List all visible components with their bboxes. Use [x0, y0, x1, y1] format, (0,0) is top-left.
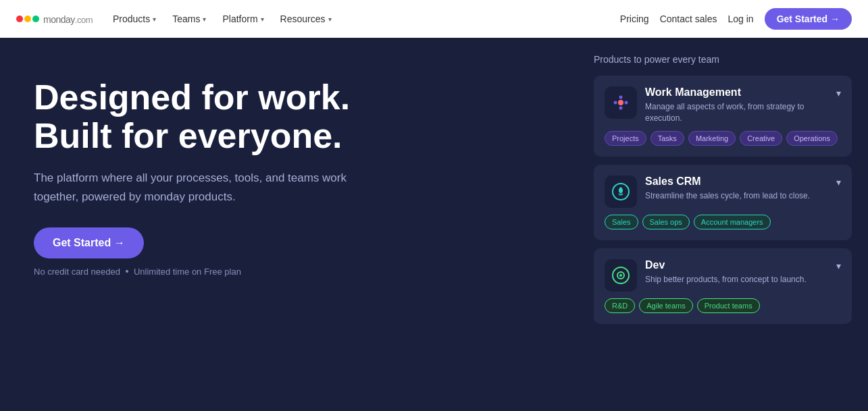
tag-sales[interactable]: Sales — [605, 215, 638, 229]
sales-crm-info: Sales CRM Streamline the sales cycle, fr… — [645, 175, 828, 202]
work-management-card: Work Management Manage all aspects of wo… — [594, 76, 852, 157]
svg-point-3 — [614, 101, 617, 105]
dot-red — [16, 16, 23, 22]
contact-sales-link[interactable]: Contact sales — [660, 13, 717, 24]
work-management-header: Work Management Manage all aspects of wo… — [605, 86, 841, 124]
navbar: monday.com Products ▾ Teams ▾ Platform ▾… — [0, 0, 868, 38]
tag-marketing[interactable]: Marketing — [688, 131, 736, 146]
pricing-link[interactable]: Pricing — [620, 13, 649, 24]
work-management-desc: Manage all aspects of work, from strateg… — [645, 101, 828, 124]
nav-teams[interactable]: Teams ▾ — [165, 9, 213, 28]
sales-crm-desc: Streamline the sales cycle, from lead to… — [645, 190, 828, 202]
tag-creative[interactable]: Creative — [740, 131, 782, 146]
dev-chevron-icon[interactable]: ▾ — [836, 261, 841, 271]
dot-green — [32, 16, 39, 22]
nav-platform[interactable]: Platform ▾ — [215, 9, 270, 28]
sales-crm-name: Sales CRM — [645, 175, 828, 188]
nav-products[interactable]: Products ▾ — [106, 9, 163, 28]
chevron-down-icon: ▾ — [153, 16, 156, 23]
hero-get-started-button[interactable]: Get Started → — [34, 227, 144, 258]
hero-subtitle: The platform where all your processes, t… — [34, 169, 358, 205]
chevron-down-icon: ▾ — [328, 16, 332, 23]
products-panel: Products to power every team Work Manage… — [578, 38, 868, 411]
nav-get-started-button[interactable]: Get Started → — [765, 8, 852, 30]
sales-crm-header: Sales CRM Streamline the sales cycle, fr… — [605, 175, 841, 208]
hero-note: No credit card needed Unlimited time on … — [34, 267, 544, 277]
sales-crm-card: Sales CRM Streamline the sales cycle, fr… — [594, 165, 852, 240]
svg-point-8 — [619, 274, 622, 277]
hero-section: Designed for work. Built for everyone. T… — [0, 38, 578, 411]
work-management-name: Work Management — [645, 86, 828, 99]
sales-crm-icon — [605, 175, 637, 208]
dev-tags: R&D Agile teams Product teams — [605, 298, 841, 313]
tag-rd[interactable]: R&D — [605, 298, 635, 313]
svg-point-1 — [619, 96, 623, 99]
tag-projects[interactable]: Projects — [605, 131, 646, 146]
logo[interactable]: monday.com — [16, 12, 93, 26]
login-link[interactable]: Log in — [727, 13, 753, 24]
tag-product-teams[interactable]: Product teams — [697, 298, 760, 313]
logo-text: monday.com — [43, 12, 93, 26]
hero-title: Designed for work. Built for everyone. — [34, 78, 544, 155]
nav-right: Pricing Contact sales Log in Get Started… — [620, 8, 852, 30]
nav-resources[interactable]: Resources ▾ — [274, 9, 338, 28]
chevron-down-icon: ▾ — [261, 16, 264, 23]
work-management-tags: Projects Tasks Marketing Creative Operat… — [605, 131, 841, 146]
products-heading: Products to power every team — [594, 54, 852, 65]
work-management-info: Work Management Manage all aspects of wo… — [645, 86, 828, 124]
dev-card: Dev Ship better products, from concept t… — [594, 248, 852, 324]
dev-icon — [605, 259, 637, 292]
note-separator — [126, 270, 128, 273]
dev-info: Dev Ship better products, from concept t… — [645, 259, 828, 285]
tag-account-managers[interactable]: Account managers — [694, 215, 771, 229]
svg-point-2 — [619, 107, 623, 110]
dev-header: Dev Ship better products, from concept t… — [605, 259, 841, 292]
dev-name: Dev — [645, 259, 828, 271]
sales-crm-chevron-icon[interactable]: ▾ — [836, 177, 841, 188]
nav-links: Products ▾ Teams ▾ Platform ▾ Resources … — [106, 9, 615, 28]
dev-desc: Ship better products, from concept to la… — [645, 274, 828, 285]
tag-operations[interactable]: Operations — [786, 131, 838, 146]
logo-dots — [16, 16, 39, 22]
tag-tasks[interactable]: Tasks — [650, 131, 684, 146]
tag-agile-teams[interactable]: Agile teams — [639, 298, 692, 313]
work-management-chevron-icon[interactable]: ▾ — [836, 88, 841, 99]
work-management-icon — [605, 86, 637, 119]
svg-point-4 — [625, 101, 628, 105]
hero-cta: Get Started → No credit card needed Unli… — [34, 227, 544, 277]
main-content: Designed for work. Built for everyone. T… — [0, 38, 868, 411]
tag-sales-ops[interactable]: Sales ops — [642, 215, 690, 229]
sales-crm-tags: Sales Sales ops Account managers — [605, 215, 841, 229]
chevron-down-icon: ▾ — [203, 16, 206, 23]
svg-point-0 — [618, 100, 623, 105]
dot-yellow — [24, 16, 31, 22]
